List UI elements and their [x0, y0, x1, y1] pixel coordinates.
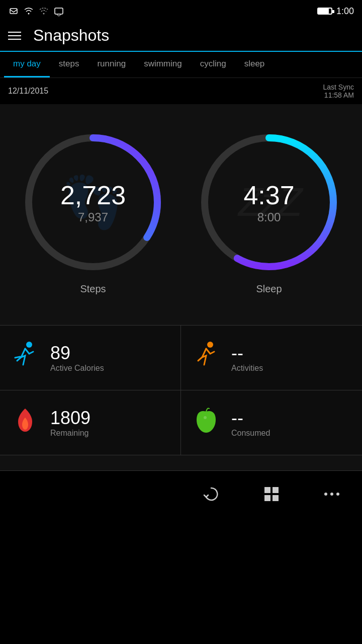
svg-point-9 — [207, 342, 213, 348]
apple-icon — [191, 405, 221, 441]
signal-icon — [38, 6, 49, 17]
steps-widget: 👣 2,723 7,937 Steps — [20, 129, 166, 295]
svg-point-15 — [324, 493, 327, 496]
svg-point-1 — [28, 13, 30, 15]
activities-cell[interactable]: -- Activities — [181, 326, 362, 390]
steps-circle-inner: 2,723 7,937 — [60, 180, 126, 224]
steps-main-value: 2,723 — [60, 180, 126, 210]
battery-icon — [317, 8, 332, 15]
message-icon — [53, 6, 64, 17]
svg-point-10 — [204, 416, 207, 419]
sleep-main-value: 4:37 — [243, 180, 294, 210]
svg-rect-13 — [264, 495, 270, 501]
grid-icon — [262, 485, 281, 503]
sync-time: 11:58 AM — [324, 91, 354, 99]
active-calories-cell[interactable]: 89 Active Calories — [0, 326, 181, 390]
sleep-widget: ZzZ 4:37 8:00 Sleep — [196, 129, 342, 295]
remaining-value: 1809 — [50, 408, 170, 429]
sync-label: Last Sync — [323, 83, 354, 91]
bottom-nav — [0, 470, 362, 517]
remaining-label: Remaining — [50, 429, 170, 438]
grid-button[interactable] — [241, 477, 302, 511]
tab-running[interactable]: running — [88, 52, 135, 77]
remaining-cell[interactable]: 1809 Remaining — [0, 390, 181, 455]
tab-swimming[interactable]: swimming — [135, 52, 191, 77]
sync-info: Last Sync 11:58 AM — [323, 83, 354, 99]
activities-label: Activities — [231, 364, 352, 373]
consumed-data: -- Consumed — [231, 408, 352, 438]
date-row: 12/11/2015 Last Sync 11:58 AM — [0, 78, 362, 104]
active-calories-data: 89 Active Calories — [50, 343, 170, 373]
svg-point-2 — [43, 13, 45, 15]
run-orange-icon — [191, 340, 221, 376]
tab-steps[interactable]: steps — [50, 52, 88, 77]
sleep-sub-value: 8:00 — [243, 210, 294, 224]
main-content: 👣 2,723 7,937 Steps — [0, 104, 362, 470]
svg-rect-0 — [10, 9, 17, 14]
tab-my-day[interactable]: my day — [4, 52, 50, 77]
svg-rect-3 — [55, 8, 63, 14]
flame-icon — [10, 405, 40, 441]
status-right: 1:00 — [317, 6, 354, 17]
tab-sleep[interactable]: sleep — [235, 52, 274, 77]
current-date: 12/11/2015 — [8, 87, 48, 96]
active-calories-label: Active Calories — [50, 364, 170, 373]
svg-rect-12 — [273, 487, 279, 493]
tab-cycling[interactable]: cycling — [191, 52, 235, 77]
wifi-icon — [23, 6, 34, 17]
sleep-circle-container: ZzZ 4:37 8:00 — [196, 129, 342, 275]
consumed-label: Consumed — [231, 429, 352, 438]
nav-tabs: my day steps running swimming cycling sl… — [0, 52, 362, 78]
header: Snapshots — [0, 22, 362, 52]
activities-value: -- — [231, 343, 352, 364]
svg-rect-11 — [264, 487, 270, 493]
status-bar: 1:00 — [0, 0, 362, 22]
steps-sub-value: 7,937 — [60, 210, 126, 224]
metrics-grid: 89 Active Calories -- Activities — [0, 325, 362, 455]
consumed-value: -- — [231, 408, 352, 429]
svg-point-8 — [26, 342, 32, 348]
status-icons — [8, 6, 64, 17]
steps-label: Steps — [80, 283, 106, 295]
svg-point-17 — [336, 493, 339, 496]
run-blue-icon — [10, 340, 40, 376]
steps-circle-container: 👣 2,723 7,937 — [20, 129, 166, 275]
activities-data: -- Activities — [231, 343, 352, 373]
notification-icon — [8, 6, 19, 17]
hamburger-menu[interactable] — [8, 29, 21, 42]
status-time: 1:00 — [336, 6, 354, 17]
svg-point-16 — [330, 493, 333, 496]
refresh-button[interactable] — [181, 477, 241, 511]
remaining-data: 1809 Remaining — [50, 408, 170, 438]
svg-rect-14 — [273, 495, 279, 501]
refresh-icon — [202, 485, 220, 503]
sleep-circle-inner: 4:37 8:00 — [243, 180, 294, 224]
more-icon — [323, 485, 341, 503]
circles-row: 👣 2,723 7,937 Steps — [0, 119, 362, 295]
sleep-label: Sleep — [256, 283, 282, 295]
more-button[interactable] — [302, 477, 362, 511]
app-title: Snapshots — [33, 26, 109, 45]
active-calories-value: 89 — [50, 343, 170, 364]
consumed-cell[interactable]: -- Consumed — [181, 390, 362, 455]
